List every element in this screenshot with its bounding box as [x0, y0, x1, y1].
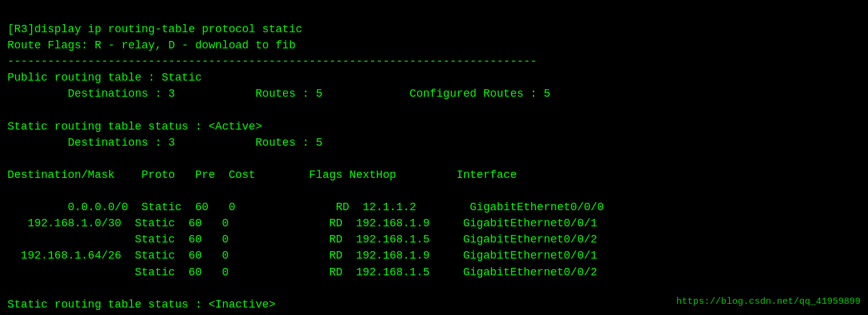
terminal-output: [R3]display ip routing-table protocol st… [7, 5, 861, 315]
terminal-line-15: 192.168.1.64/26 Static 60 0 RD 192.168.1… [7, 247, 861, 264]
terminal-line-4: Public routing table : Static [7, 69, 861, 86]
watermark-text: https://blog.csdn.net/qq_41959899 [676, 295, 861, 309]
terminal-line-2: Route Flags: R - relay, D - download to … [7, 37, 861, 53]
terminal-line-3: ----------------------------------------… [7, 53, 861, 69]
terminal-line-12: 0.0.0.0/0 Static 60 0 RD 12.1.1.2 Gigabi… [7, 199, 861, 215]
terminal-line-16: Static 60 0 RD 192.168.1.5 GigabitEthern… [7, 264, 861, 280]
terminal-line-11 [7, 183, 861, 199]
terminal-line-8: Destinations : 3 Routes : 5 [7, 135, 861, 151]
terminal-line-10: Destination/Mask Proto Pre Cost Flags Ne… [7, 167, 861, 183]
terminal-line-1: [R3]display ip routing-table protocol st… [7, 21, 861, 37]
terminal-line-19: Destinations : 0 Routes : 0 [7, 313, 861, 315]
terminal-line-13: 192.168.1.0/30 Static 60 0 RD 192.168.1.… [7, 215, 861, 231]
terminal-line-9 [7, 151, 861, 167]
terminal-line-5: Destinations : 3 Routes : 5 Configured R… [7, 86, 861, 102]
terminal-line-14: Static 60 0 RD 192.168.1.5 GigabitEthern… [7, 231, 861, 247]
terminal-line-7: Static routing table status : <Active> [7, 118, 861, 135]
terminal-line-6 [7, 102, 861, 118]
terminal-line-17 [7, 280, 861, 296]
